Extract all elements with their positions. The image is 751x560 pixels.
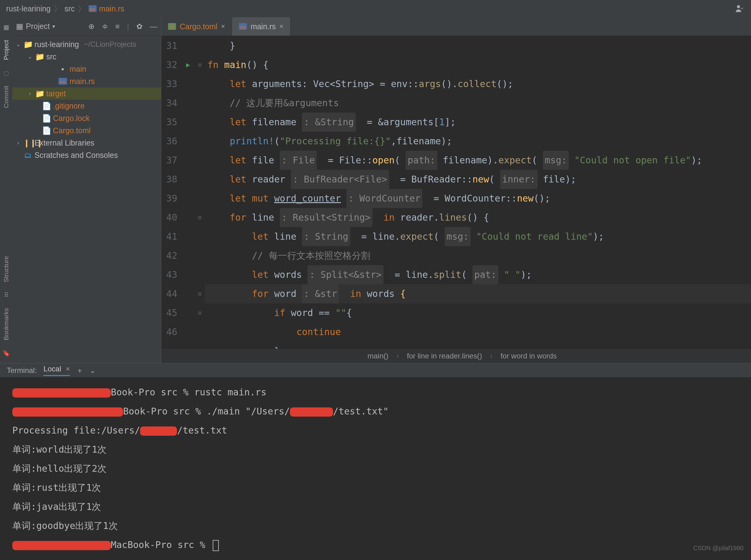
context-for-line[interactable]: for line in reader.lines(): [407, 352, 482, 360]
redaction: [12, 388, 111, 398]
terminal-header: Terminal: Local × ＋ ⌄: [0, 363, 751, 377]
tree-cargo-toml[interactable]: 📄 Cargo.toml: [12, 124, 161, 137]
redaction: [12, 541, 111, 550]
gitignore-file-icon: 📄: [42, 102, 51, 111]
gear-icon[interactable]: ✿: [136, 22, 142, 31]
tree-gitignore[interactable]: 📄 .gitignore: [12, 100, 161, 112]
chevron-down-icon[interactable]: ⌄: [90, 366, 96, 375]
hide-icon[interactable]: —: [150, 22, 157, 31]
scratches-icon: 🗂: [23, 151, 32, 160]
chevron-right-icon: 〉: [78, 4, 85, 14]
project-panel-header: ▦ Project ▾ ⊕ ≑ ≡ | ✿ —: [12, 17, 161, 36]
tree-target[interactable]: › 📁 target: [12, 87, 161, 100]
project-view-title[interactable]: Project: [26, 22, 50, 31]
tree-main-rs[interactable]: RS main.rs: [12, 75, 161, 87]
tree-external-libs[interactable]: › ❙❙❙ External Libraries: [12, 137, 161, 149]
project-tree: ⌄ 📁 rust-learining ~/CLionProjects ⌄ 📁 s…: [12, 36, 161, 161]
chevron-right-icon: ›: [396, 352, 399, 360]
breadcrumb-src[interactable]: src: [65, 4, 75, 13]
chevron-down-icon: ⌄: [27, 53, 33, 60]
rust-file-icon: RS: [88, 5, 97, 12]
run-gutter: ▶: [182, 36, 195, 349]
sidebar-strip: ▦ Project ◌ Commit Structure ⠿ Bookmarks…: [0, 17, 12, 363]
expand-icon[interactable]: ≑: [102, 22, 108, 31]
chevron-right-icon: 〉: [54, 4, 62, 14]
folder-icon: 📁: [23, 40, 32, 49]
tree-main-bin[interactable]: ▪ main: [12, 63, 161, 75]
fold-gutter: ⊟⊟⊟⊟: [195, 36, 205, 349]
sidebar-tab-structure[interactable]: Structure: [2, 253, 10, 285]
folder-icon: 📁: [35, 52, 44, 61]
project-view-icon: ▦: [16, 22, 23, 31]
libraries-icon: ❙❙❙: [23, 138, 32, 147]
chevron-right-icon: ›: [15, 140, 21, 146]
tab-cargo-toml[interactable]: T Cargo.toml ×: [161, 17, 232, 36]
terminal-cursor: [213, 540, 219, 551]
context-main[interactable]: main(): [368, 352, 389, 360]
tab-main-rs[interactable]: RS main.rs ×: [232, 17, 291, 36]
fold-icon[interactable]: ⊟: [195, 55, 205, 75]
tree-cargo-lock[interactable]: 📄 Cargo.lock: [12, 112, 161, 124]
rust-file-icon: RS: [58, 78, 67, 85]
terminal-body[interactable]: Book-Pro src % rustc main.rsBook-Pro src…: [0, 377, 751, 560]
terminal-tab-local[interactable]: Local ×: [43, 365, 70, 376]
fold-icon[interactable]: ⊟: [195, 208, 205, 227]
line-number-gutter: 31323334353637383940414243444546: [161, 36, 182, 349]
redaction: [290, 407, 333, 417]
fold-icon[interactable]: ⊟: [195, 303, 205, 322]
project-tool-icon[interactable]: ▦: [3, 23, 9, 31]
code-editor[interactable]: 31323334353637383940414243444546 ▶ ⊟⊟⊟⊟ …: [161, 36, 751, 349]
chevron-down-icon[interactable]: ▾: [52, 23, 55, 30]
toml-file-icon: T: [168, 23, 176, 30]
redaction: [140, 426, 177, 436]
chevron-down-icon: ⌄: [15, 41, 21, 48]
tree-scratches[interactable]: 🗂 Scratches and Consoles: [12, 149, 161, 161]
binary-file-icon: ▪: [58, 65, 67, 74]
project-panel: ▦ Project ▾ ⊕ ≑ ≡ | ✿ — ⌄ 📁 rust-learini…: [12, 17, 161, 363]
folder-icon: 📁: [35, 89, 44, 98]
rust-file-icon: RS: [239, 23, 247, 30]
breadcrumb-file[interactable]: RS main.rs: [88, 4, 124, 13]
commit-tool-icon[interactable]: ◌: [4, 69, 9, 77]
svg-point-0: [737, 5, 740, 8]
tree-root[interactable]: ⌄ 📁 rust-learining ~/CLionProjects: [12, 38, 161, 51]
sidebar-tab-commit[interactable]: Commit: [2, 83, 10, 111]
locate-icon[interactable]: ⊕: [88, 22, 95, 31]
sidebar-tab-project[interactable]: Project: [2, 37, 10, 63]
context-for-word[interactable]: for word in words: [500, 352, 557, 360]
toml-file-icon: 📄: [42, 126, 51, 135]
add-terminal-icon[interactable]: ＋: [76, 365, 83, 375]
collapse-icon[interactable]: ≡: [115, 22, 120, 31]
redaction: [12, 407, 123, 417]
run-icon[interactable]: ▶: [186, 55, 190, 75]
editor-context-bar: main() › for line in reader.lines() › fo…: [161, 349, 751, 363]
close-icon[interactable]: ×: [65, 365, 70, 373]
chevron-right-icon: ›: [27, 91, 33, 97]
close-icon[interactable]: ×: [279, 22, 283, 31]
close-icon[interactable]: ×: [221, 22, 225, 31]
titlebar: rust-learining 〉 src 〉 RS main.rs: [0, 0, 751, 17]
editor-area: T Cargo.toml × RS main.rs × 313233343536…: [161, 17, 751, 363]
breadcrumb-root[interactable]: rust-learining: [6, 4, 51, 13]
terminal-label: Terminal:: [7, 366, 37, 375]
tree-src[interactable]: ⌄ 📁 src: [12, 51, 161, 63]
editor-tab-bar: T Cargo.toml × RS main.rs ×: [161, 17, 751, 36]
lock-file-icon: 📄: [42, 114, 51, 123]
breadcrumb: rust-learining 〉 src 〉 RS main.rs: [6, 4, 124, 14]
fold-icon[interactable]: ⊟: [195, 284, 205, 303]
user-menu-icon[interactable]: [734, 4, 745, 13]
code-content[interactable]: }fn main() { let arguments: Vec<String> …: [205, 36, 751, 349]
watermark: CSDN @pilaf1990: [693, 538, 744, 558]
chevron-right-icon: ›: [490, 352, 492, 360]
terminal-panel: Terminal: Local × ＋ ⌄ Book-Pro src % rus…: [0, 363, 751, 560]
structure-tool-icon[interactable]: ⠿: [4, 292, 8, 299]
sidebar-tab-bookmarks[interactable]: Bookmarks: [2, 305, 10, 343]
bookmarks-tool-icon[interactable]: 🔖: [2, 349, 10, 357]
